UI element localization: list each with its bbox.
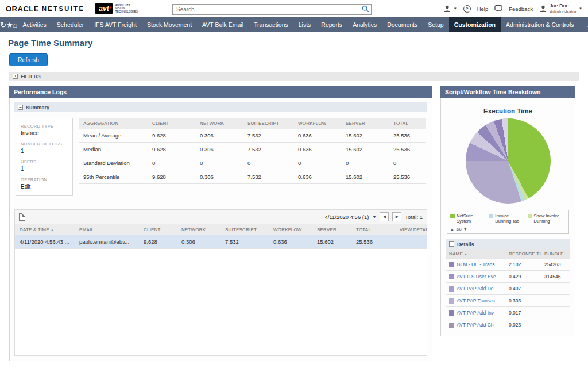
nav-item-administration-controls[interactable]: Administration & Controls	[501, 17, 579, 32]
script-link[interactable]: AVT PAP Add Ch	[457, 322, 494, 328]
global-search	[172, 3, 372, 14]
nav-item-analytics[interactable]: Analytics	[347, 17, 382, 32]
help-icon[interactable]: ?	[463, 5, 471, 13]
detail-row: AVT PAP Add De 0.407	[446, 283, 570, 295]
caret-down-icon: ▼	[579, 7, 582, 10]
number-of-logs-field: NUMBER OF LOGS 1	[21, 141, 68, 154]
help-link[interactable]: Help	[477, 6, 489, 12]
user-avatar-icon	[539, 5, 547, 13]
aggregation-table: AGGREGATIONCLIENT NETWORKSUITESCRIPT WOR…	[79, 118, 426, 184]
nav-item-customization[interactable]: Customization	[449, 17, 501, 32]
log-row[interactable]: 4/11/2020 4:56:43 ... paolo.ermani@abv..…	[15, 235, 427, 249]
nav-overflow-button[interactable]: ...	[579, 17, 588, 32]
nav-item-scheduler[interactable]: Scheduler	[52, 17, 89, 32]
script-color-swatch	[449, 298, 454, 304]
nav-item-setup[interactable]: Setup	[423, 17, 448, 32]
execution-time-pie[interactable]	[466, 118, 551, 204]
script-link[interactable]: AVT PAP Add Inv	[457, 310, 494, 316]
script-color-swatch	[449, 274, 454, 279]
shortcuts-star-icon[interactable]: ★	[6, 17, 13, 32]
performance-logs-header: Performance Logs	[9, 86, 432, 98]
detail-row: AVT PAP Transac 0.303	[446, 295, 570, 307]
user-name: Joe Doe	[550, 3, 577, 9]
detail-row: AVT PAP Add Ch 0.023	[446, 319, 570, 331]
main-nav: ↻ ★ ⌂ Activities Scheduler IFS AVT Freig…	[0, 17, 588, 32]
users-field: USERS 1	[21, 159, 68, 172]
user-menu[interactable]: Joe Doe Administrator ▼	[539, 3, 582, 14]
document-icon[interactable]	[19, 213, 25, 221]
user-role: Administrator	[550, 9, 577, 14]
summary-info-box: RECORD TYPE Invoice NUMBER OF LOGS 1 USE…	[16, 118, 73, 195]
legend-prev-icon[interactable]: ▲	[450, 227, 454, 231]
nav-item-ifs-avt-freight[interactable]: IFS AVT Freight	[89, 17, 142, 32]
legend-item[interactable]: Invoice Dunning Tab	[489, 213, 524, 224]
details-section-header[interactable]: − Details	[446, 239, 570, 249]
prev-page-button[interactable]: ◀	[380, 212, 389, 221]
chart-legend: NetSuite System Invoice Dunning Tab Show…	[447, 210, 569, 234]
script-color-swatch	[449, 323, 454, 328]
breakdown-panel: Script/Workflow Time Breakdown Execution…	[440, 86, 575, 336]
filters-label: FILTERS	[21, 74, 41, 79]
summary-title: Summary	[26, 105, 49, 110]
next-page-button[interactable]: ▶	[392, 212, 401, 221]
summary-section-header[interactable]: − Summary	[14, 102, 427, 112]
collapse-icon: −	[18, 105, 23, 110]
legend-page-indicator: 1/8	[456, 227, 462, 231]
script-link[interactable]: AVT PAP Add De	[457, 286, 494, 292]
sort-asc-icon[interactable]: ▲	[464, 252, 467, 256]
logs-toolbar: 4/11/2020 4:56 (1) ▼ ◀ ▶ Total: 1	[14, 209, 427, 224]
search-input[interactable]	[172, 4, 372, 15]
breakdown-header: Script/Workflow Time Breakdown	[440, 86, 575, 98]
nav-item-reports[interactable]: Reports	[316, 17, 347, 32]
user-switch-icon[interactable]: ▼	[443, 5, 457, 13]
script-link[interactable]: GLM - UE - Trans	[457, 262, 495, 267]
nav-item-stock-movement[interactable]: Stock Movement	[142, 17, 197, 32]
script-color-swatch	[449, 310, 454, 316]
page-title: Page Time Summary	[0, 32, 588, 50]
nav-item-lists[interactable]: Lists	[293, 17, 316, 32]
top-bar: ORACLE NETSUITE avt▸ ABSOLUTE VISION TEC…	[0, 0, 588, 17]
script-color-swatch	[449, 286, 454, 292]
feedback-link[interactable]: Feedback	[509, 6, 533, 12]
record-type-field: RECORD TYPE Invoice	[21, 124, 68, 136]
oracle-logo: ORACLE	[6, 5, 39, 13]
details-title: Details	[457, 241, 474, 247]
total-count: Total: 1	[405, 214, 423, 220]
script-link[interactable]: AVT IFS User Eve	[457, 274, 496, 279]
legend-next-icon[interactable]: ▼	[463, 227, 467, 231]
logs-header-row: DATE & TIME▲ EMAIL CLIENT NETWORK SUITES…	[15, 224, 427, 235]
filters-bar[interactable]: + FILTERS	[9, 72, 579, 80]
script-link[interactable]: AVT PAP Transac	[457, 298, 495, 304]
table-row: Median9.6280.3067.5320.63615.60225.536	[79, 143, 426, 156]
caret-down-icon: ▼	[454, 7, 457, 10]
performance-logs-panel: Performance Logs − Summary RECORD TYPE I…	[9, 86, 432, 361]
chart-title: Execution Time	[446, 108, 570, 114]
detail-row: AVT PAP Add Inv 0.017	[446, 307, 570, 319]
nav-item-activities[interactable]: Activities	[17, 17, 51, 32]
table-row: Standard Deviation000000	[79, 156, 426, 170]
search-icon[interactable]	[362, 5, 369, 13]
collapse-icon: −	[449, 241, 454, 247]
netsuite-logo: NETSUITE	[42, 5, 84, 12]
page-selector[interactable]: 4/11/2020 4:56 (1)	[324, 214, 369, 220]
nav-item-transactions[interactable]: Transactions	[249, 17, 293, 32]
legend-item[interactable]: NetSuite System	[450, 213, 486, 224]
history-icon[interactable]: ↻	[0, 17, 6, 32]
detail-row: AVT IFS User Eve 0.429 314546	[446, 271, 570, 283]
home-icon[interactable]: ⌂	[13, 17, 18, 32]
details-table: NAME▲ RESPONSE TIME BUNDLE GLM - UE - Tr…	[446, 249, 570, 331]
caret-down-icon[interactable]: ▼	[372, 215, 376, 219]
logs-empty-area	[15, 249, 427, 355]
details-header-row: NAME▲ RESPONSE TIME BUNDLE	[446, 249, 570, 259]
nav-item-avt-bulk-email[interactable]: AVT Bulk Email	[197, 17, 249, 32]
sort-asc-icon[interactable]: ▲	[51, 228, 54, 232]
legend-item[interactable]: Show Invoice Dunning	[528, 213, 563, 224]
nav-item-documents[interactable]: Documents	[382, 17, 423, 32]
legend-swatch	[528, 214, 532, 218]
feedback-icon[interactable]	[494, 5, 502, 13]
expand-icon: +	[13, 74, 18, 79]
legend-swatch	[489, 214, 493, 218]
legend-pager: ▲ 1/8 ▼	[450, 227, 566, 231]
refresh-button[interactable]: Refresh	[9, 53, 48, 66]
logs-table: DATE & TIME▲ EMAIL CLIENT NETWORK SUITES…	[15, 224, 427, 249]
